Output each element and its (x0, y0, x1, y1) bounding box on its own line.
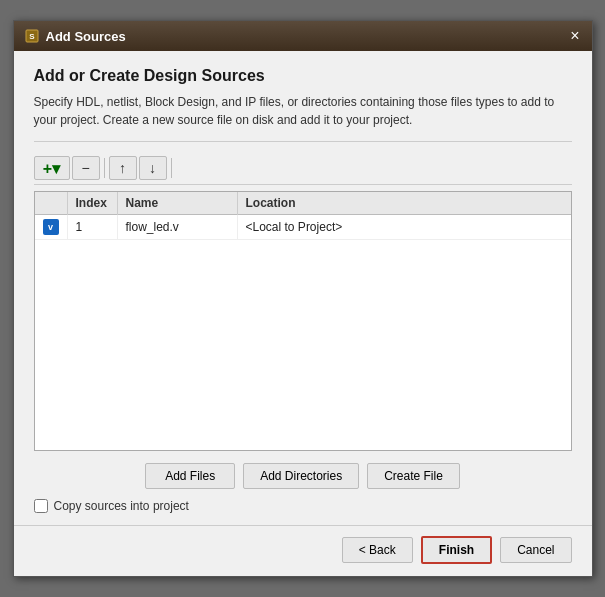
table-header-row: Index Name Location (35, 192, 571, 215)
cancel-button[interactable]: Cancel (500, 537, 571, 563)
copy-sources-label: Copy sources into project (54, 499, 189, 513)
sources-table: Index Name Location v1flow_led.v<Local t… (35, 192, 571, 240)
row-name: flow_led.v (117, 215, 237, 240)
move-up-button[interactable]: ↑ (109, 156, 137, 180)
add-button[interactable]: +▾ (34, 156, 70, 180)
copy-sources-checkbox[interactable] (34, 499, 48, 513)
toolbar-separator (104, 158, 105, 178)
move-down-button[interactable]: ↓ (139, 156, 167, 180)
close-button[interactable]: × (568, 28, 581, 44)
col-header-icon (35, 192, 68, 215)
row-location: <Local to Project> (237, 215, 571, 240)
col-header-location: Location (237, 192, 571, 215)
action-buttons: Add Files Add Directories Create File (34, 463, 572, 489)
table-row[interactable]: v1flow_led.v<Local to Project> (35, 215, 571, 240)
dialog-footer: < Back Finish Cancel (14, 525, 592, 576)
back-button[interactable]: < Back (342, 537, 413, 563)
create-file-button[interactable]: Create File (367, 463, 460, 489)
remove-button[interactable]: − (72, 156, 100, 180)
row-icon-cell: v (35, 215, 68, 240)
add-sources-dialog: S Add Sources × Add or Create Design Sou… (13, 20, 593, 577)
toolbar-separator-2 (171, 158, 172, 178)
add-directories-button[interactable]: Add Directories (243, 463, 359, 489)
svg-text:S: S (29, 32, 35, 41)
divider (34, 141, 572, 142)
col-header-index: Index (67, 192, 117, 215)
copy-sources-row: Copy sources into project (34, 499, 572, 513)
dialog-icon: S (24, 28, 40, 44)
verilog-icon: v (43, 219, 59, 235)
dialog-body: Add or Create Design Sources Specify HDL… (14, 51, 592, 525)
dialog-title: Add Sources (46, 29, 126, 44)
finish-button[interactable]: Finish (421, 536, 492, 564)
title-bar: S Add Sources × (14, 21, 592, 51)
section-description: Specify HDL, netlist, Block Design, and … (34, 93, 572, 129)
sources-table-container: Index Name Location v1flow_led.v<Local t… (34, 191, 572, 451)
add-files-button[interactable]: Add Files (145, 463, 235, 489)
row-index: 1 (67, 215, 117, 240)
toolbar: +▾ − ↑ ↓ (34, 152, 572, 185)
col-header-name: Name (117, 192, 237, 215)
section-title: Add or Create Design Sources (34, 67, 572, 85)
